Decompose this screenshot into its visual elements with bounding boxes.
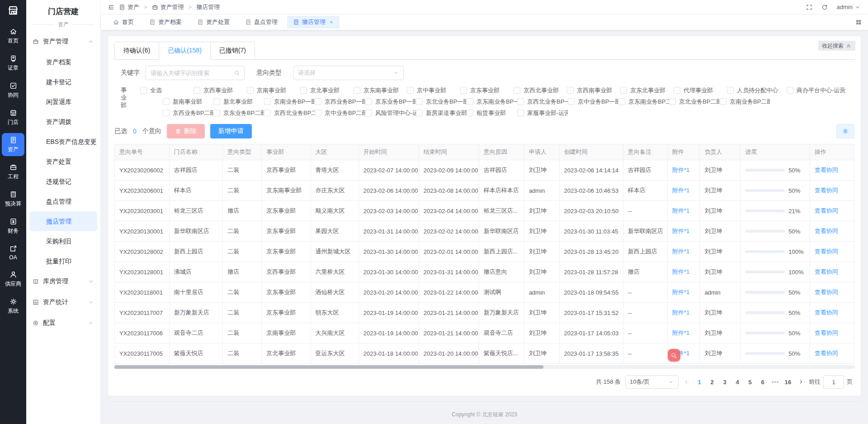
dept-checkbox[interactable]: 商办平台中心-运营 <box>787 86 855 95</box>
tab-options-grid-icon[interactable] <box>855 19 862 25</box>
rail-item-home[interactable]: 首页 <box>2 24 24 48</box>
attachment-link[interactable]: 附件*1 <box>672 228 689 234</box>
sidebar-item[interactable]: 资产处置 <box>26 152 100 172</box>
view-collab-link[interactable]: 查看协同 <box>815 329 838 336</box>
sidebar-group-book[interactable]: 库房管理 <box>26 271 100 292</box>
dept-checkbox[interactable]: 京中业务BP一部 <box>568 98 618 106</box>
dept-checkbox[interactable]: 代理事业部 <box>674 86 727 95</box>
collapse-sidebar-icon[interactable] <box>108 4 114 10</box>
sidebar-group-briefcase[interactable]: 资产管理 <box>26 31 100 52</box>
table-row[interactable]: YX20230117006观音寺二店二装京南事业部大兴南大区2023-01-19… <box>115 323 854 343</box>
close-tab-icon[interactable] <box>329 20 334 24</box>
sidebar-item[interactable]: 资产档案 <box>26 52 100 72</box>
sidebar-item[interactable]: 批量打印 <box>26 251 100 271</box>
sidebar-item[interactable]: EBS资产信息变更 <box>26 132 100 152</box>
page-number[interactable]: 5 <box>745 379 755 386</box>
collapse-search-button[interactable]: 收起搜索 <box>818 41 855 51</box>
dept-checkbox[interactable]: 京南业务BP一部 <box>264 98 315 106</box>
table-row[interactable]: YX20230117007新万象新天店二装京东事业部朝东大区2023-01-19… <box>115 303 854 323</box>
route-tab[interactable]: 首页 <box>107 16 140 29</box>
sidebar-item[interactable]: 盘点管理 <box>26 191 100 211</box>
attachment-link[interactable]: 附件*1 <box>672 207 689 214</box>
dept-checkbox-select-all[interactable]: 全选 <box>140 86 193 95</box>
dept-checkbox[interactable]: 京西事业部 <box>193 86 247 95</box>
rail-item-gear[interactable]: 系统 <box>2 295 24 318</box>
dept-checkbox[interactable]: 京东业务BP二部 <box>213 109 264 117</box>
rail-item-store[interactable]: 门店 <box>2 106 24 129</box>
dept-checkbox[interactable]: 京南业务BP二部 <box>720 98 770 106</box>
view-collab-link[interactable]: 查看协同 <box>815 289 838 295</box>
breadcrumb-item[interactable]: 资产 <box>119 3 139 11</box>
sidebar-group-target[interactable]: 配置 <box>26 313 100 333</box>
table-row[interactable]: YX20230203001裕龙三区店撤店京东事业部顺义南大区2023-02-03… <box>115 201 854 221</box>
attachment-link[interactable]: 附件*1 <box>672 248 689 255</box>
dept-checkbox[interactable]: 京中事业部 <box>407 86 460 95</box>
rail-item-badge[interactable]: 证章 <box>2 52 24 75</box>
dept-checkbox[interactable]: 家服事业部-运营 <box>517 109 568 117</box>
attachment-link[interactable]: 附件*1 <box>672 268 689 275</box>
rail-item-user[interactable]: 供应商 <box>2 267 24 291</box>
attachment-link[interactable]: 附件*1 <box>672 309 689 316</box>
attachment-link[interactable]: 附件*1 <box>672 167 689 173</box>
view-collab-link[interactable]: 查看协同 <box>815 207 838 214</box>
sidebar-item[interactable]: 建卡登记 <box>26 72 100 92</box>
table-row[interactable]: YX20230128001沸城店撤店京西事业部六里桥大区2023-01-30 1… <box>115 262 854 282</box>
sidebar-item[interactable]: 闲置退库 <box>26 92 100 112</box>
view-collab-link[interactable]: 查看协同 <box>815 268 838 275</box>
add-request-button[interactable]: 新增申请 <box>210 124 252 138</box>
breadcrumb-item[interactable]: 资产管理 <box>152 3 184 11</box>
sidebar-item[interactable]: 撤店管理 <box>29 211 97 231</box>
table-row[interactable]: YX20230117005紫薇天悦店二装京北事业部亚运东大区2023-01-18… <box>115 343 854 364</box>
status-tab[interactable]: 待确认(6) <box>114 42 159 60</box>
delete-button[interactable]: 删除 <box>167 124 205 138</box>
dept-checkbox[interactable]: 京东南业务BP二部 <box>618 98 669 106</box>
dept-checkbox[interactable]: 京中业务BP二部 <box>315 109 365 117</box>
status-tab[interactable]: 已确认(158) <box>159 42 211 60</box>
dept-checkbox[interactable]: 京东南业务BP一部 <box>467 98 517 106</box>
sidebar-item[interactable]: 采购利旧 <box>26 231 100 251</box>
view-collab-link[interactable]: 查看协同 <box>815 167 838 173</box>
view-collab-link[interactable]: 查看协同 <box>815 350 838 357</box>
app-logo[interactable] <box>7 5 19 18</box>
route-tab[interactable]: 资产处置 <box>191 16 236 29</box>
dept-checkbox[interactable]: 京北事业部 <box>300 86 354 95</box>
breadcrumb-item[interactable]: 撤店管理 <box>196 3 220 11</box>
user-menu[interactable]: admin <box>837 4 861 10</box>
next-page-button[interactable] <box>798 379 804 385</box>
route-tab[interactable]: 资产档案 <box>143 16 188 29</box>
table-row[interactable]: YX20230118001南十里居店二装京东事业部酒仙桥大区2023-01-20… <box>115 282 854 303</box>
dept-checkbox[interactable]: 京南事业部 <box>247 86 300 95</box>
dept-checkbox[interactable]: 京东事业部 <box>460 86 514 95</box>
view-collab-link[interactable]: 查看协同 <box>815 309 838 316</box>
attachment-link[interactable]: 附件*1 <box>672 289 689 295</box>
attachment-link[interactable]: 附件*1 <box>672 329 689 336</box>
dept-checkbox[interactable]: 京西北事业部 <box>514 86 567 95</box>
fullscreen-icon[interactable] <box>806 4 812 10</box>
sidebar-item[interactable]: 资产调拨 <box>26 112 100 132</box>
status-tab[interactable]: 已撤销(7) <box>210 42 255 60</box>
prev-page-button[interactable] <box>683 379 689 385</box>
page-ellipsis[interactable]: ••• <box>770 379 781 386</box>
dept-checkbox[interactable]: 京西业务BP一部 <box>315 98 365 106</box>
dept-checkbox[interactable]: 人员待分配中心 <box>727 86 787 95</box>
rail-item-doc[interactable]: 资产 <box>2 133 24 156</box>
dept-checkbox[interactable]: 京西北业务BP二部 <box>264 109 315 117</box>
attachment-link[interactable]: 附件*1 <box>672 187 689 194</box>
sidebar-item[interactable]: 违规登记 <box>26 172 100 191</box>
dept-checkbox[interactable]: 京东业务BP一部 <box>365 98 416 106</box>
table-row[interactable]: YX20230206001样本店二装京东南事业部亦庄东大区2023-02-06 … <box>115 181 854 201</box>
dept-checkbox[interactable]: 京西业务BP二部 <box>163 109 213 117</box>
rail-item-share[interactable]: OA <box>2 242 24 263</box>
rail-item-calc[interactable]: 预决算 <box>2 187 24 210</box>
route-tab[interactable]: 盘点管理 <box>239 16 283 29</box>
rail-item-tool[interactable]: 工程 <box>2 160 24 183</box>
dept-checkbox[interactable]: 京西北业务BP一部 <box>517 98 568 106</box>
dept-checkbox[interactable]: 京东北事业部 <box>620 86 674 95</box>
dept-checkbox[interactable]: 新房渠道事业部 <box>416 109 467 117</box>
page-number[interactable]: 2 <box>707 379 717 386</box>
table-row[interactable]: YX20230130001新华联南区店二装京东事业部果园大区2023-01-31… <box>115 221 854 242</box>
dept-checkbox[interactable]: 京北业务BP一部 <box>416 98 467 106</box>
page-number[interactable]: 3 <box>719 379 730 386</box>
page-number[interactable]: 4 <box>732 379 743 386</box>
dept-checkbox[interactable]: 京西南事业部 <box>567 86 620 95</box>
